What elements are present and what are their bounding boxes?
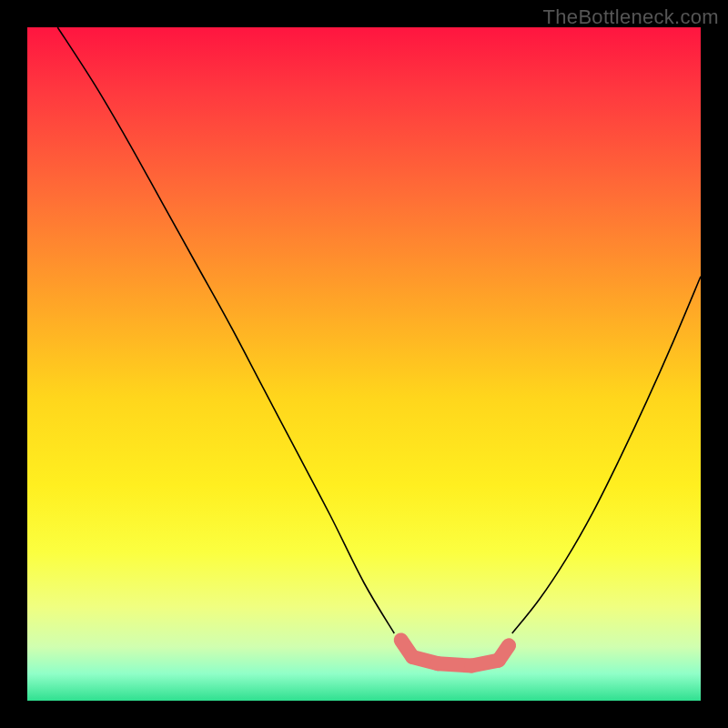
plot-area xyxy=(27,27,701,701)
watermark-text: TheBottleneck.com xyxy=(543,5,719,29)
gradient-background xyxy=(27,27,701,701)
plot-svg xyxy=(27,27,701,701)
marker-segment xyxy=(499,645,509,660)
chart-root: TheBottleneck.com xyxy=(0,0,728,728)
